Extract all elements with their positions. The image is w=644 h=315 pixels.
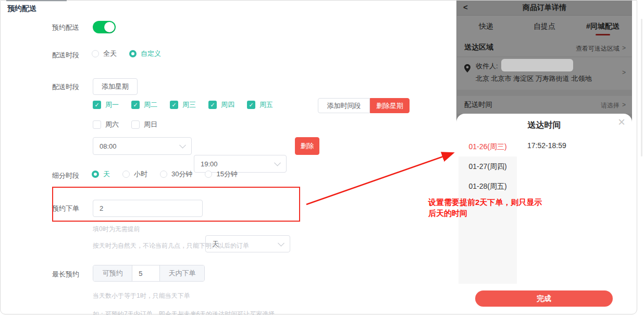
advance-days-input[interactable]	[93, 200, 203, 217]
radio-day[interactable]: 天	[92, 169, 110, 179]
week-row-label: 配送时段	[52, 82, 79, 92]
toggle-knob	[104, 22, 115, 32]
add-week-button[interactable]: 添加星期	[93, 78, 138, 95]
weekday-checkbox-sat[interactable]: 周六	[93, 120, 119, 129]
max-booking-row-label: 最长预约	[52, 270, 79, 279]
add-timeslot-button[interactable]: 添加时间段	[318, 98, 370, 113]
recipient-name-redaction	[501, 59, 573, 71]
chevron-down-icon	[278, 239, 284, 246]
radio-circle-icon	[129, 50, 137, 57]
radio-circle-icon	[205, 171, 212, 178]
active-tab-indicator	[6, 0, 67, 1]
radio-custom[interactable]: 自定义	[129, 49, 161, 58]
weekday-label: 周四	[221, 100, 234, 110]
start-time-select[interactable]: 08:00	[93, 137, 192, 155]
radio-15min[interactable]: 15分钟	[205, 169, 237, 179]
delete-timeslot-button[interactable]: 删除	[295, 137, 319, 155]
radio-label: 小时	[134, 169, 147, 179]
annotation-note: 设置需要提前2天下单，则只显示 后天的时间	[428, 197, 548, 219]
checkbox-checked-icon: ✓	[131, 101, 140, 109]
radio-label: 全天	[103, 49, 117, 58]
weekday-label: 周五	[259, 100, 273, 110]
timeslot-option[interactable]: 17:52-18:59	[527, 141, 566, 150]
radio-circle-icon	[92, 50, 99, 57]
checkbox-checked-icon: ✓	[93, 101, 101, 109]
toggle-row-label: 预约配送	[52, 23, 79, 32]
start-time-value: 08:00	[100, 142, 117, 150]
radio-circle-icon	[122, 171, 130, 178]
chevron-down-icon	[274, 160, 281, 166]
done-button[interactable]: 完成	[475, 290, 613, 307]
reservation-delivery-toggle[interactable]	[93, 21, 116, 33]
page-title: 预约配送	[7, 4, 36, 14]
date-item[interactable]: 01-28(周五)	[459, 176, 517, 196]
max-booking-days-input[interactable]	[132, 265, 159, 281]
radio-hour[interactable]: 小时	[122, 169, 147, 179]
weekday-label: 周二	[144, 100, 157, 110]
max-booking-group: 可预约 天内下单	[93, 265, 205, 282]
radio-all-day[interactable]: 全天	[92, 49, 117, 58]
scrollbar[interactable]	[641, 19, 642, 156]
granularity-row-label: 细分时段	[52, 171, 79, 180]
weekday-checkbox-sun[interactable]: 周日	[131, 120, 157, 129]
weekday-checkbox-wed[interactable]: ✓ 周三	[170, 100, 196, 110]
end-time-value: 19:00	[201, 160, 218, 168]
close-icon[interactable]: ×	[618, 116, 625, 128]
weekday-label: 周三	[182, 100, 196, 110]
radio-label: 天	[103, 169, 110, 179]
weekday-label: 周日	[144, 120, 157, 129]
weekday-checkbox-mon[interactable]: ✓ 周一	[93, 100, 119, 110]
radio-label: 自定义	[141, 49, 161, 58]
weekday-checkbox-tue[interactable]: ✓ 周二	[131, 100, 157, 110]
radio-circle-icon	[160, 171, 167, 178]
checkbox-checked-icon: ✓	[247, 101, 255, 109]
annotation-line-1: 设置需要提前2天下单，则只显示	[428, 197, 548, 208]
max-booking-hint-example: 如：可预约7天内订单，即今天与未来6天的送达时间可让买家选择	[93, 310, 275, 315]
max-booking-hint-same-day: 当天数小于等于1时，只能当天下单	[93, 292, 190, 300]
checkbox-unchecked-icon	[131, 120, 140, 129]
date-item-selected[interactable]: 01-26(周三)	[459, 137, 517, 156]
max-booking-suffix: 天内下单	[160, 265, 204, 281]
weekday-label: 周六	[105, 120, 119, 129]
weekday-checkbox-fri[interactable]: ✓ 周五	[247, 100, 273, 110]
modal-title: 送达时间	[456, 120, 632, 131]
advance-hint-zero: 填0时为无需提前	[93, 225, 140, 234]
radio-label: 30分钟	[171, 169, 192, 179]
date-item[interactable]: 01-27(周四)	[459, 156, 517, 176]
annotation-line-2: 后天的时间	[428, 208, 548, 219]
chevron-down-icon	[179, 142, 186, 149]
period-row-label: 配送时段	[52, 51, 79, 60]
radio-30min[interactable]: 30分钟	[160, 169, 192, 179]
delete-week-button[interactable]: 删除星期	[370, 98, 410, 113]
advance-row-label: 预约下单	[52, 204, 79, 213]
advance-hint-day: 按天时为自然天，不论当前几点，只能下明天以后的订单	[93, 241, 249, 250]
weekday-label: 周一	[105, 100, 119, 110]
checkbox-checked-icon: ✓	[170, 101, 178, 109]
radio-circle-icon	[92, 171, 99, 178]
weekday-checkbox-thu[interactable]: ✓ 周四	[208, 100, 234, 110]
page: 预约配送 预约配送 配送时段 全天 自定义 配送时段 添加星期 ✓ 周一 ✓ 周…	[0, 0, 644, 315]
max-booking-prefix: 可预约	[93, 265, 132, 281]
checkbox-unchecked-icon	[93, 120, 101, 129]
radio-label: 15分钟	[216, 169, 237, 179]
checkbox-checked-icon: ✓	[208, 101, 217, 109]
